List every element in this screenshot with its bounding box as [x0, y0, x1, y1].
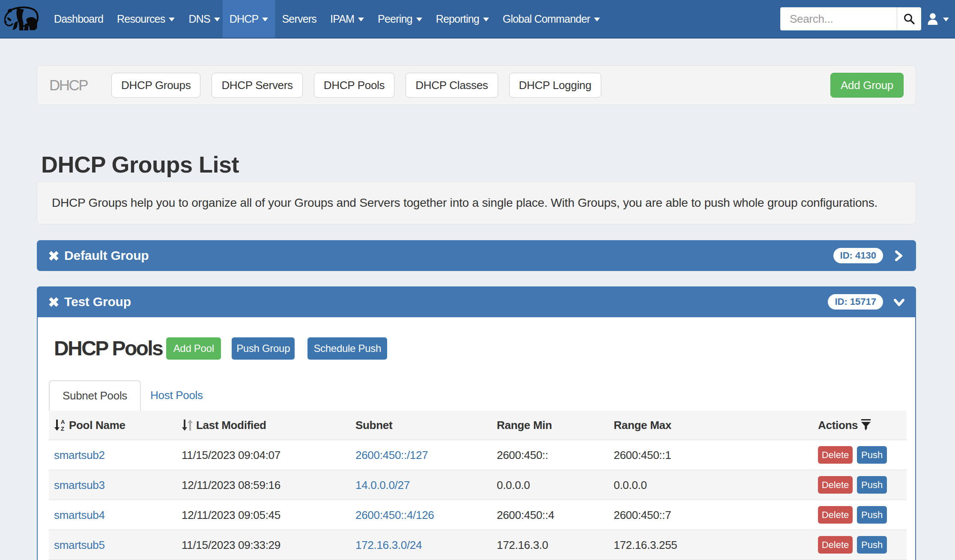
svg-text:Z: Z — [61, 426, 64, 432]
svg-text:A: A — [61, 419, 65, 425]
